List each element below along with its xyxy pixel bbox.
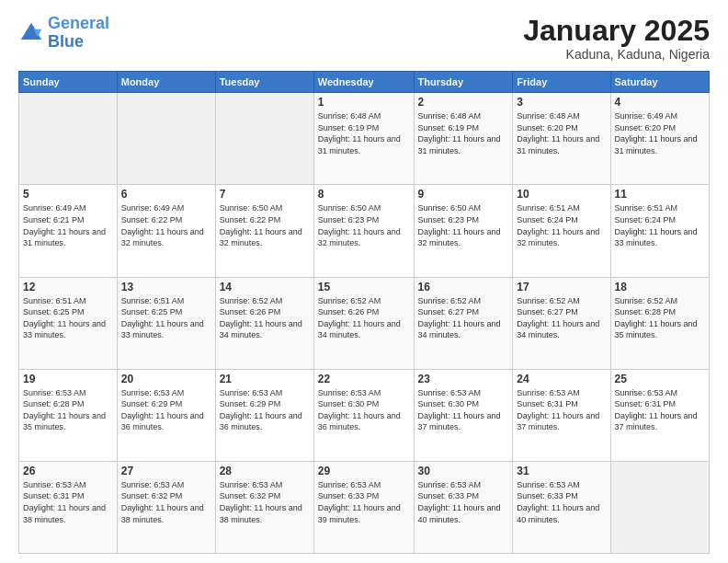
day-number: 31 [517,465,606,477]
header-monday: Monday [117,72,215,93]
calendar-cell: 9Sunrise: 6:50 AM Sunset: 6:23 PM Daylig… [414,185,513,277]
calendar-cell: 24Sunrise: 6:53 AM Sunset: 6:31 PM Dayli… [513,369,610,461]
calendar-cell: 3Sunrise: 6:48 AM Sunset: 6:20 PM Daylig… [513,93,610,185]
header-tuesday: Tuesday [215,72,313,93]
header: General Blue January 2025 Kaduna, Kaduna… [18,15,710,62]
calendar-cell: 28Sunrise: 6:53 AM Sunset: 6:32 PM Dayli… [215,461,313,553]
day-number: 27 [121,465,211,477]
calendar-cell: 21Sunrise: 6:53 AM Sunset: 6:29 PM Dayli… [215,369,313,461]
day-number: 14 [220,281,310,293]
calendar-cell: 13Sunrise: 6:51 AM Sunset: 6:25 PM Dayli… [117,277,215,369]
calendar-cell: 25Sunrise: 6:53 AM Sunset: 6:31 PM Dayli… [610,369,709,461]
header-friday: Friday [513,72,610,93]
day-info: Sunrise: 6:53 AM Sunset: 6:28 PM Dayligh… [23,387,113,433]
day-number: 28 [220,465,310,477]
logo-general: General [48,14,109,32]
day-number: 17 [517,281,606,293]
day-number: 8 [318,188,410,201]
day-info: Sunrise: 6:51 AM Sunset: 6:24 PM Dayligh… [615,202,705,248]
calendar-cell: 12Sunrise: 6:51 AM Sunset: 6:25 PM Dayli… [19,277,118,369]
calendar-cell: 4Sunrise: 6:49 AM Sunset: 6:20 PM Daylig… [610,93,709,185]
calendar-cell [610,461,709,553]
calendar-cell: 16Sunrise: 6:52 AM Sunset: 6:27 PM Dayli… [414,277,513,369]
calendar-cell: 18Sunrise: 6:52 AM Sunset: 6:28 PM Dayli… [610,277,709,369]
calendar-cell [117,93,215,185]
day-number: 19 [23,373,113,385]
day-info: Sunrise: 6:51 AM Sunset: 6:25 PM Dayligh… [121,295,211,341]
calendar-cell: 17Sunrise: 6:52 AM Sunset: 6:27 PM Dayli… [513,277,610,369]
calendar-cell: 15Sunrise: 6:52 AM Sunset: 6:26 PM Dayli… [313,277,414,369]
calendar-cell: 7Sunrise: 6:50 AM Sunset: 6:22 PM Daylig… [215,185,313,277]
logo-icon [18,20,44,46]
calendar-cell: 6Sunrise: 6:49 AM Sunset: 6:22 PM Daylig… [117,185,215,277]
calendar-week-1: 5Sunrise: 6:49 AM Sunset: 6:21 PM Daylig… [19,185,710,277]
header-sunday: Sunday [19,72,118,93]
day-info: Sunrise: 6:53 AM Sunset: 6:33 PM Dayligh… [517,479,606,525]
day-info: Sunrise: 6:48 AM Sunset: 6:20 PM Dayligh… [517,110,606,156]
day-number: 3 [517,96,606,109]
day-number: 21 [220,373,310,385]
page: General Blue January 2025 Kaduna, Kaduna… [0,0,728,563]
day-info: Sunrise: 6:53 AM Sunset: 6:29 PM Dayligh… [220,387,310,433]
day-number: 9 [418,188,509,201]
day-info: Sunrise: 6:49 AM Sunset: 6:22 PM Dayligh… [121,202,211,248]
logo: General Blue [18,15,109,52]
calendar-cell: 31Sunrise: 6:53 AM Sunset: 6:33 PM Dayli… [513,461,610,553]
day-info: Sunrise: 6:52 AM Sunset: 6:28 PM Dayligh… [615,295,705,341]
day-number: 24 [517,373,606,385]
calendar-cell: 8Sunrise: 6:50 AM Sunset: 6:23 PM Daylig… [313,185,414,277]
day-info: Sunrise: 6:53 AM Sunset: 6:31 PM Dayligh… [517,387,606,433]
day-number: 22 [318,373,410,385]
title-block: January 2025 Kaduna, Kaduna, Nigeria [523,15,710,62]
day-info: Sunrise: 6:53 AM Sunset: 6:30 PM Dayligh… [318,387,410,433]
calendar-week-3: 19Sunrise: 6:53 AM Sunset: 6:28 PM Dayli… [19,369,710,461]
calendar-table: Sunday Monday Tuesday Wednesday Thursday… [18,71,710,554]
day-number: 16 [418,281,509,293]
day-info: Sunrise: 6:48 AM Sunset: 6:19 PM Dayligh… [418,110,509,156]
day-info: Sunrise: 6:52 AM Sunset: 6:27 PM Dayligh… [418,295,509,341]
day-info: Sunrise: 6:53 AM Sunset: 6:33 PM Dayligh… [318,479,410,525]
day-info: Sunrise: 6:49 AM Sunset: 6:20 PM Dayligh… [615,110,705,156]
day-number: 10 [517,188,606,201]
day-info: Sunrise: 6:49 AM Sunset: 6:21 PM Dayligh… [23,202,113,248]
day-info: Sunrise: 6:48 AM Sunset: 6:19 PM Dayligh… [318,110,410,156]
calendar-subtitle: Kaduna, Kaduna, Nigeria [523,47,710,62]
calendar-cell: 27Sunrise: 6:53 AM Sunset: 6:32 PM Dayli… [117,461,215,553]
day-info: Sunrise: 6:50 AM Sunset: 6:23 PM Dayligh… [318,202,410,248]
day-info: Sunrise: 6:51 AM Sunset: 6:25 PM Dayligh… [23,295,113,341]
day-number: 30 [418,465,509,477]
day-number: 15 [318,281,410,293]
day-number: 11 [615,188,705,201]
calendar-cell: 22Sunrise: 6:53 AM Sunset: 6:30 PM Dayli… [313,369,414,461]
day-number: 6 [121,188,211,201]
day-info: Sunrise: 6:53 AM Sunset: 6:29 PM Dayligh… [121,387,211,433]
calendar-week-4: 26Sunrise: 6:53 AM Sunset: 6:31 PM Dayli… [19,461,710,553]
day-info: Sunrise: 6:52 AM Sunset: 6:27 PM Dayligh… [517,295,606,341]
calendar-week-2: 12Sunrise: 6:51 AM Sunset: 6:25 PM Dayli… [19,277,710,369]
logo-blue: Blue [48,32,84,51]
calendar-cell: 5Sunrise: 6:49 AM Sunset: 6:21 PM Daylig… [19,185,118,277]
header-saturday: Saturday [610,72,709,93]
day-info: Sunrise: 6:52 AM Sunset: 6:26 PM Dayligh… [318,295,410,341]
calendar-cell: 14Sunrise: 6:52 AM Sunset: 6:26 PM Dayli… [215,277,313,369]
day-info: Sunrise: 6:50 AM Sunset: 6:22 PM Dayligh… [220,202,310,248]
day-number: 4 [615,96,705,109]
day-number: 12 [23,281,113,293]
day-info: Sunrise: 6:53 AM Sunset: 6:32 PM Dayligh… [121,479,211,525]
day-info: Sunrise: 6:53 AM Sunset: 6:31 PM Dayligh… [23,479,113,525]
header-thursday: Thursday [414,72,513,93]
day-number: 5 [23,188,113,201]
logo-text: General Blue [48,15,109,52]
calendar-cell: 20Sunrise: 6:53 AM Sunset: 6:29 PM Dayli… [117,369,215,461]
calendar-cell: 19Sunrise: 6:53 AM Sunset: 6:28 PM Dayli… [19,369,118,461]
day-number: 7 [220,188,310,201]
calendar-week-0: 1Sunrise: 6:48 AM Sunset: 6:19 PM Daylig… [19,93,710,185]
day-number: 20 [121,373,211,385]
day-number: 29 [318,465,410,477]
day-info: Sunrise: 6:51 AM Sunset: 6:24 PM Dayligh… [517,202,606,248]
day-number: 2 [418,96,509,109]
day-info: Sunrise: 6:52 AM Sunset: 6:26 PM Dayligh… [220,295,310,341]
calendar-cell: 30Sunrise: 6:53 AM Sunset: 6:33 PM Dayli… [414,461,513,553]
day-number: 18 [615,281,705,293]
calendar-cell: 29Sunrise: 6:53 AM Sunset: 6:33 PM Dayli… [313,461,414,553]
